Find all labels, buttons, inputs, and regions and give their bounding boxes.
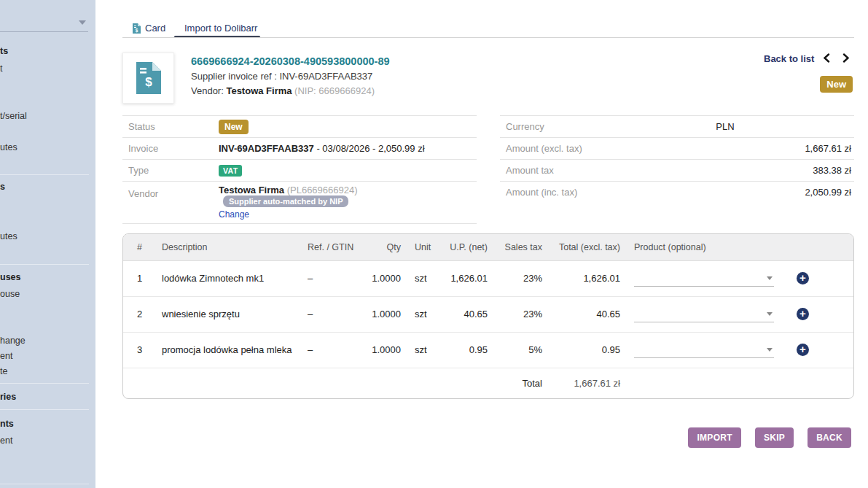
sidebar-item[interactable]: t/serial bbox=[0, 111, 27, 121]
product-select[interactable] bbox=[634, 342, 774, 358]
action-buttons: IMPORT SKIP BACK bbox=[688, 427, 851, 448]
line-num: 2 bbox=[123, 296, 162, 332]
sidebar-item[interactable]: t bbox=[0, 63, 2, 74]
line-sales-tax: 23% bbox=[488, 296, 542, 332]
amount-row: Amount (inc. tax) 2,050.99 zł bbox=[500, 181, 854, 203]
line-up-net: 40.65 bbox=[437, 296, 488, 332]
sidebar-item[interactable]: nts bbox=[0, 419, 14, 429]
currency-value: PLN bbox=[596, 121, 854, 132]
currency-label: Currency bbox=[500, 121, 596, 132]
sidebar-item[interactable]: hange bbox=[0, 336, 26, 346]
sidebar-divider bbox=[0, 264, 89, 265]
lines-total-row: Total 1,667.61 zł bbox=[123, 368, 854, 398]
main-content: $ Card Import to Dolibarr $ 6669666924-2… bbox=[95, 0, 868, 488]
file-invoice-dollar-icon: $ bbox=[136, 62, 161, 94]
chevron-right-icon bbox=[842, 53, 850, 63]
col-product: Product (optional) bbox=[620, 234, 788, 260]
line-ref: – bbox=[308, 296, 359, 332]
select-caret-icon bbox=[767, 348, 773, 352]
vendor-name: Testowa Firma bbox=[226, 85, 292, 96]
invoice-date-amount: - 03/08/2026 - 2,050.99 zł bbox=[314, 143, 425, 154]
col-qty: Qty bbox=[359, 234, 401, 260]
sidebar-item[interactable]: utes bbox=[0, 142, 17, 152]
amount-value: 2,050.99 zł bbox=[596, 187, 854, 198]
sidebar-item[interactable]: ent bbox=[0, 435, 12, 446]
line-unit: szt bbox=[401, 332, 437, 368]
line-num: 1 bbox=[123, 260, 162, 296]
tab-card[interactable]: $ Card bbox=[133, 23, 165, 34]
line-description: wniesienie sprzętu bbox=[162, 296, 308, 332]
amount-label: Amount (inc. tax) bbox=[500, 187, 596, 198]
col-up-net: U.P. (net) bbox=[437, 234, 488, 260]
amount-row: Amount (excl. tax) 1,667.61 zł bbox=[500, 137, 854, 159]
back-to-list-link[interactable]: Back to list bbox=[764, 53, 814, 64]
line-qty: 1.0000 bbox=[359, 260, 401, 296]
sidebar-item[interactable]: utes bbox=[0, 231, 17, 241]
col-unit: Unit bbox=[401, 234, 437, 260]
line-sales-tax: 23% bbox=[488, 260, 542, 296]
sidebar-item[interactable]: ouse bbox=[0, 289, 20, 299]
col-ref-gtin: Ref. / GTIN bbox=[308, 234, 359, 260]
line-total: 40.65 bbox=[542, 296, 620, 332]
svg-text:$: $ bbox=[136, 27, 138, 33]
invoice-file-icon: $ bbox=[133, 23, 141, 34]
product-select[interactable] bbox=[634, 271, 774, 287]
tabs-baseline bbox=[122, 37, 854, 38]
vendor-row: Vendor Testowa Firma (PL6669666924)Suppl… bbox=[122, 181, 477, 224]
next-record-button[interactable] bbox=[842, 53, 850, 63]
col-actions bbox=[788, 234, 854, 260]
vendor-line: Vendor: Testowa Firma (NIP: 6669666924) bbox=[191, 85, 375, 96]
type-row: Type VAT bbox=[122, 159, 477, 181]
sidebar-item[interactable]: ts bbox=[0, 46, 8, 56]
select-caret-icon bbox=[767, 276, 773, 280]
invoice-details-table: Status New Invoice INV-69AD3FFAAB337 - 0… bbox=[122, 115, 477, 224]
line-qty: 1.0000 bbox=[359, 296, 401, 332]
invoice-row: Invoice INV-69AD3FFAAB337 - 03/08/2026 -… bbox=[122, 137, 477, 159]
amounts-table: Currency PLN Amount (excl. tax) 1,667.61… bbox=[500, 115, 854, 203]
line-qty: 1.0000 bbox=[359, 332, 401, 368]
action-button[interactable]: IMPORT bbox=[688, 427, 740, 448]
sidebar-item[interactable]: uses bbox=[0, 272, 21, 282]
chevron-left-icon bbox=[823, 53, 830, 63]
add-product-button[interactable]: + bbox=[797, 344, 809, 356]
sidebar-item[interactable]: te bbox=[0, 366, 7, 376]
change-vendor-link[interactable]: Change bbox=[219, 209, 477, 220]
action-button[interactable]: SKIP bbox=[755, 427, 794, 448]
invoice-ref: INV-69AD3FFAAB337 bbox=[219, 143, 314, 154]
line-total: 0.95 bbox=[542, 332, 620, 368]
invoice-thumbnail[interactable]: $ bbox=[122, 53, 174, 104]
total-value: 1,667.61 zł bbox=[542, 368, 620, 398]
left-sidebar: ts t t/serial utes s utes uses ouse hang… bbox=[0, 0, 95, 488]
line-description: promocja lodówka pełna mleka bbox=[162, 332, 308, 368]
line-ref: – bbox=[308, 332, 359, 368]
amount-label: Amount tax bbox=[500, 165, 596, 176]
sidebar-item[interactable]: ries bbox=[0, 392, 16, 402]
line-num: 3 bbox=[123, 332, 162, 368]
vendor-nip: (NIP: 6669666924) bbox=[292, 85, 375, 96]
sidebar-divider bbox=[0, 174, 89, 175]
amount-value: 1,667.61 zł bbox=[596, 143, 854, 154]
line-sales-tax: 5% bbox=[488, 332, 542, 368]
sidebar-item[interactable]: s bbox=[0, 182, 5, 192]
status-row: Status New bbox=[122, 115, 477, 137]
svg-text:$: $ bbox=[145, 75, 152, 89]
col-num: # bbox=[123, 234, 162, 260]
vat-type-badge: VAT bbox=[219, 165, 242, 177]
sidebar-divider bbox=[0, 409, 89, 410]
invoice-lines-table: # Description Ref. / GTIN Qty Unit U.P. … bbox=[122, 233, 854, 399]
product-select[interactable] bbox=[634, 306, 774, 322]
supplier-invoice-ref: Supplier invoice ref : INV-69AD3FFAAB337 bbox=[191, 71, 372, 82]
sidebar-item[interactable]: ent bbox=[0, 351, 12, 361]
status-badge: New bbox=[820, 76, 853, 93]
tab-import-to-dolibarr[interactable]: Import to Dolibarr bbox=[184, 23, 257, 34]
sidebar-select-caret-icon[interactable] bbox=[79, 20, 86, 25]
vendor-automatch-badge: Supplier auto-matched by NIP bbox=[223, 195, 348, 207]
amount-label: Amount (excl. tax) bbox=[500, 143, 596, 154]
action-button[interactable]: BACK bbox=[808, 427, 851, 448]
line-up-net: 0.95 bbox=[437, 332, 488, 368]
invoice-label: Invoice bbox=[122, 143, 219, 154]
line-unit: szt bbox=[401, 260, 437, 296]
previous-record-button[interactable] bbox=[823, 53, 830, 63]
add-product-button[interactable]: + bbox=[797, 308, 809, 320]
add-product-button[interactable]: + bbox=[797, 272, 809, 284]
